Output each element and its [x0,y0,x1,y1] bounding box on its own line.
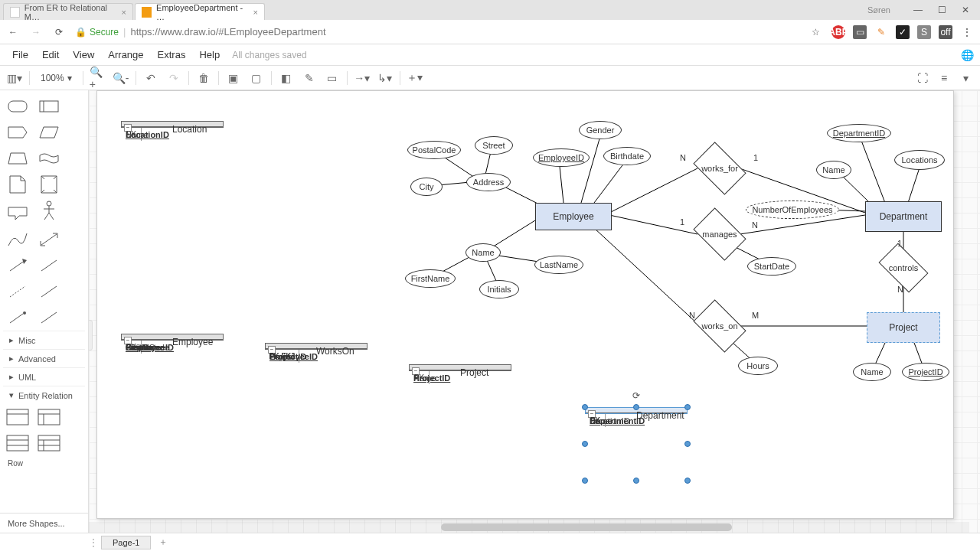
attr-projectid[interactable]: ProjectID [902,363,949,381]
globe-icon[interactable]: 🌐 [961,49,974,61]
shape-thumb[interactable] [5,95,31,118]
canvas[interactable]: Employee Department Project works_for ma… [89,90,980,533]
shape-thumb[interactable] [5,280,31,303]
sel-handle[interactable] [633,404,639,410]
fill-icon[interactable]: ◧ [278,70,295,86]
sidebar-collapse-handle[interactable] [89,320,93,350]
attr-birthdate[interactable]: Birthdate [603,147,651,165]
undo-icon[interactable]: ↶ [142,70,159,86]
attr-address[interactable]: Address [466,173,511,191]
attr-departmentid[interactable]: DepartmentID [827,124,891,142]
rel-works-on[interactable]: works_on [697,311,742,341]
sidebar-group-advanced[interactable]: ▸ Advanced [3,349,85,367]
close-icon[interactable]: × [253,8,258,17]
sel-handle[interactable] [684,441,691,447]
sel-handle[interactable] [582,404,588,410]
shape-thumb[interactable] [5,202,31,225]
attr-gender[interactable]: Gender [579,121,622,139]
waypoint-icon[interactable]: ↳▾ [377,70,394,86]
rel-manages[interactable]: manages [697,219,742,249]
shape-thumb[interactable] [36,147,62,170]
zoom-in-icon[interactable]: 🔍+ [90,70,106,86]
shape-thumb[interactable] [36,432,62,455]
shape-thumb[interactable] [5,121,31,144]
fullscreen-icon[interactable]: ⛶ [914,70,931,86]
toback-icon[interactable]: ▢ [248,70,265,86]
rel-controls[interactable]: controls [882,254,925,282]
shape-thumb[interactable] [36,95,62,118]
zoom-out-icon[interactable]: 🔍- [113,70,129,86]
shape-thumb[interactable] [36,173,62,196]
sel-handle[interactable] [582,441,588,447]
close-window-icon[interactable]: ✕ [962,5,969,15]
star-icon[interactable]: ☆ [808,27,822,37]
shape-thumb[interactable] [5,432,31,455]
h-scrollbar[interactable] [89,522,969,533]
url-field[interactable]: 🔒 Secure | https://www.draw.io/#LEmploye… [75,26,799,37]
menu-file[interactable]: File [6,47,34,62]
add-page-button[interactable]: ＋ [151,534,175,550]
shape-thumb[interactable] [5,147,31,170]
shape-thumb[interactable] [36,306,62,329]
maximize-icon[interactable]: ☐ [938,5,946,15]
ext-icon[interactable]: ▭ [853,25,867,39]
format-icon[interactable]: ≡ [936,70,952,86]
reload-icon[interactable]: ⟳ [52,27,66,37]
menu-icon[interactable]: ⋮ [960,25,974,39]
rotate-icon[interactable]: ⟳ [631,390,642,401]
sel-handle[interactable] [633,478,639,484]
attr-numemployees[interactable]: NumberOfEmployees [746,201,839,219]
shape-thumb[interactable] [36,121,62,144]
attr-firstname[interactable]: FirstName [405,269,456,288]
menu-view[interactable]: View [67,47,100,62]
sel-handle[interactable] [684,478,691,484]
table-employee[interactable]: −Employee PKEmployeeID Gender BirthDate … [121,334,224,341]
ext-icon[interactable]: ✓ [896,25,910,39]
back-icon[interactable]: ← [6,27,20,37]
shadow-icon[interactable]: ▭ [324,70,341,86]
attr-hours[interactable]: Hours [738,357,778,375]
page-tab[interactable]: Page-1 [101,536,151,549]
attr-lastname[interactable]: LastName [534,256,583,274]
forward-icon[interactable]: → [29,27,43,37]
ext-icon[interactable]: off [939,25,952,39]
close-icon[interactable]: × [122,8,126,17]
view-icon[interactable]: ▥▾ [6,70,23,86]
sel-handle[interactable] [582,478,588,484]
table-workson[interactable]: −WorksOn PK,FK1EmployeeID PK,FK2ProjectI… [265,343,368,350]
shape-thumb[interactable] [5,254,31,277]
shape-thumb[interactable] [5,406,31,429]
stroke-icon[interactable]: ✎ [301,70,318,86]
menu-arrange[interactable]: Arrange [102,47,149,62]
attr-deptname[interactable]: Name [816,161,851,179]
shape-thumb[interactable] [36,406,62,429]
table-project[interactable]: −Project PKProjectID Name [409,364,511,371]
delete-icon[interactable]: 🗑 [195,70,212,86]
insert-icon[interactable]: ＋▾ [407,70,423,86]
attr-employeeid[interactable]: EmployeeID [533,148,590,167]
drag-icon[interactable]: ⋮⋮ [89,537,98,548]
sidebar-group-er[interactable]: ▾ Entity Relation [3,386,85,404]
collapse-right-icon[interactable]: ▾ [957,70,974,86]
attr-startdate[interactable]: StartDate [747,257,796,276]
menu-help[interactable]: Help [193,47,226,62]
table-location[interactable]: −Location PKLocationID Name [121,121,224,128]
entity-project[interactable]: Project [867,312,940,343]
entity-employee[interactable]: Employee [535,203,612,230]
shape-thumb[interactable] [36,228,62,251]
minimize-icon[interactable]: — [913,5,923,15]
redo-icon[interactable]: ↷ [165,70,182,86]
ext-icon[interactable]: S [917,25,931,39]
rel-works-for[interactable]: works_for [697,153,742,184]
attr-street[interactable]: Street [475,136,513,155]
attr-city[interactable]: City [410,178,443,196]
shape-thumb[interactable] [5,173,31,196]
attr-projname[interactable]: Name [853,363,891,381]
sidebar-group-uml[interactable]: ▸ UML [3,367,85,386]
sel-handle[interactable] [684,404,691,410]
shape-thumb[interactable] [5,306,31,329]
menu-edit[interactable]: Edit [36,47,65,62]
attr-postalcode[interactable]: PostalCode [407,141,461,159]
scrollbar-thumb[interactable] [441,523,732,531]
shape-thumb[interactable] [5,228,31,251]
